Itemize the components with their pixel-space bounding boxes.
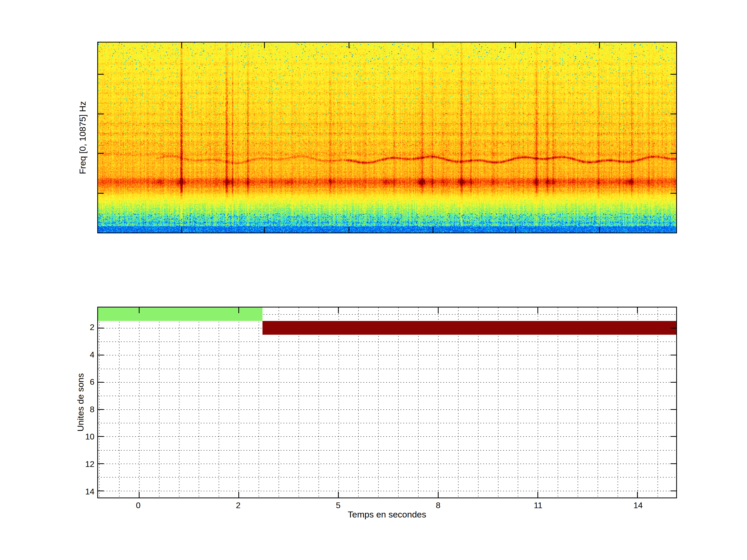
axis-tick-mark (599, 43, 600, 48)
axis-tick-mark (599, 227, 600, 233)
matlab-figure: Freq [0, 10875] Hz 2468101214 02581114 U… (0, 0, 747, 560)
axis-tick-mark (98, 355, 104, 355)
axis-tick-mark (670, 328, 676, 328)
axis-tick-mark (433, 43, 433, 48)
y-tick-label: 10 (55, 432, 95, 441)
axis-tick-mark (98, 436, 104, 437)
axis-tick-mark (98, 113, 104, 114)
axis-tick-mark (537, 492, 538, 498)
axis-tick-mark (98, 463, 104, 464)
axis-tick-mark (515, 227, 516, 233)
spectrogram-ylabel: Freq [0, 10875] Hz (78, 101, 87, 174)
axis-tick-mark (670, 355, 676, 355)
axis-tick-mark (98, 74, 104, 75)
y-tick-label: 14 (55, 487, 95, 496)
axis-tick-mark (670, 74, 676, 75)
spectrogram-plot (97, 42, 677, 233)
axis-tick-mark (515, 43, 516, 48)
axis-tick-mark (238, 492, 239, 498)
axis-tick-mark (264, 227, 265, 233)
axis-tick-mark (637, 492, 638, 498)
y-tick-label: 6 (55, 378, 95, 386)
axis-tick-mark (98, 409, 104, 410)
axis-tick-mark (98, 382, 104, 383)
spectrogram-ticks (98, 43, 676, 233)
axis-tick-mark (670, 409, 676, 410)
axis-tick-mark (670, 490, 676, 491)
axis-tick-mark (98, 153, 104, 154)
axis-tick-mark (238, 308, 239, 313)
axis-tick-mark (670, 463, 676, 464)
units-ticks (98, 308, 676, 498)
axis-tick-mark (181, 43, 182, 48)
axis-tick-mark (438, 492, 439, 498)
axis-tick-mark (349, 43, 350, 48)
axis-tick-mark (98, 193, 104, 194)
axis-tick-mark (338, 308, 339, 313)
y-tick-label: 4 (55, 350, 95, 359)
units-plot (97, 307, 677, 498)
axis-tick-mark (181, 227, 182, 233)
axis-tick-mark (670, 113, 676, 114)
units-xlabel: Temps en secondes (348, 510, 426, 519)
axis-tick-mark (438, 308, 439, 313)
axis-tick-mark (670, 153, 676, 154)
axis-tick-mark (670, 436, 676, 437)
axis-tick-mark (349, 227, 350, 233)
axis-tick-mark (139, 308, 139, 313)
axis-tick-mark (537, 308, 538, 313)
x-tick-label: 8 (436, 501, 440, 509)
axis-tick-mark (670, 382, 676, 383)
axis-tick-mark (264, 43, 265, 48)
y-tick-label: 2 (55, 323, 95, 331)
x-tick-label: 5 (336, 501, 340, 509)
axis-tick-mark (338, 492, 339, 498)
axis-tick-mark (98, 490, 104, 491)
x-tick-label: 14 (634, 501, 643, 509)
axis-tick-mark (98, 328, 104, 328)
y-tick-label: 8 (55, 405, 95, 414)
axis-tick-mark (433, 227, 433, 233)
axis-tick-mark (637, 308, 638, 313)
axis-tick-mark (139, 492, 139, 498)
x-tick-label: 2 (236, 501, 240, 509)
axis-tick-mark (670, 193, 676, 194)
x-tick-label: 0 (136, 501, 140, 509)
units-ylabel: Unites de sons (76, 373, 85, 432)
y-tick-label: 12 (55, 460, 95, 468)
x-tick-label: 11 (534, 501, 542, 509)
